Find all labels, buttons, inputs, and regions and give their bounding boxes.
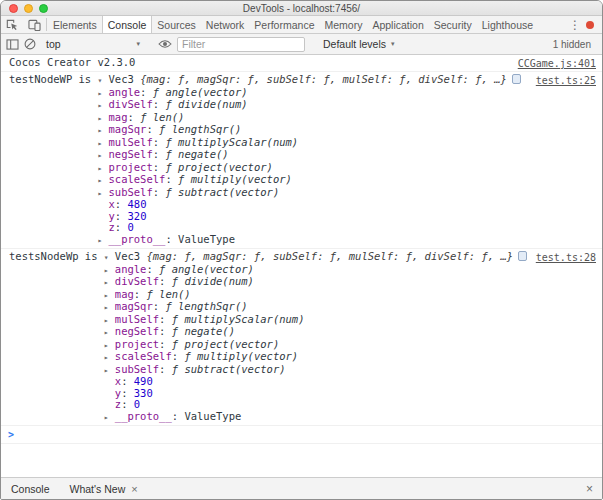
property-name: negSelf bbox=[115, 325, 159, 337]
devtools-window: DevTools - localhost:7456/ ElementsConso… bbox=[0, 0, 603, 500]
drawer-tab-label: Console bbox=[11, 483, 50, 495]
expander-closed-icon[interactable]: ▸ bbox=[98, 113, 109, 125]
log-levels-value: Default levels bbox=[323, 38, 386, 50]
property-colon: : bbox=[146, 123, 159, 135]
tab-sources[interactable]: Sources bbox=[152, 16, 201, 33]
close-tab-icon[interactable]: × bbox=[131, 483, 137, 495]
spacer bbox=[148, 478, 577, 499]
property-value: ƒ multiplyScalar(num) bbox=[165, 136, 298, 148]
expander-closed-icon[interactable]: ▸ bbox=[98, 235, 109, 247]
tab-elements[interactable]: Elements bbox=[48, 16, 102, 33]
property-colon: : bbox=[165, 233, 178, 245]
expander-closed-icon[interactable]: ▸ bbox=[98, 100, 109, 112]
expander-closed-icon[interactable]: ▸ bbox=[104, 290, 115, 302]
expander-closed-icon[interactable]: ▸ bbox=[98, 125, 109, 137]
expander-closed-icon[interactable]: ▸ bbox=[104, 302, 115, 314]
expander-closed-icon[interactable]: ▸ bbox=[104, 352, 115, 364]
property-name: subSelf bbox=[115, 363, 159, 375]
expander-closed-icon[interactable]: ▸ bbox=[98, 188, 109, 200]
log-text: testsNodeWp is bbox=[9, 250, 104, 262]
error-indicator-dot bbox=[586, 21, 594, 29]
property-colon: : bbox=[159, 363, 172, 375]
drawer-tab-whats-new[interactable]: What's New × bbox=[60, 478, 148, 499]
close-drawer-icon[interactable]: × bbox=[577, 478, 602, 499]
property-name: subSelf bbox=[109, 186, 153, 198]
spacer bbox=[538, 16, 566, 33]
object-property-tree: ▸angle: ƒ angle(vector)▸divSelf: ƒ divid… bbox=[9, 87, 528, 247]
property-value: ValueType bbox=[178, 233, 235, 245]
main-tabbar: ElementsConsoleSourcesNetworkPerformance… bbox=[1, 16, 602, 34]
property-value: 480 bbox=[127, 198, 146, 210]
expander-closed-icon[interactable]: ▸ bbox=[104, 340, 115, 352]
expander-closed-icon[interactable]: ▸ bbox=[98, 88, 109, 100]
property-name: mulSelf bbox=[109, 136, 153, 148]
expander-closed-icon[interactable]: ▸ bbox=[98, 138, 109, 150]
object-preview: {mag: ƒ, magSqr: ƒ, subSelf: ƒ, mulSelf:… bbox=[140, 250, 513, 262]
property-name: project bbox=[109, 161, 153, 173]
more-options-icon[interactable]: ⋮ bbox=[566, 16, 584, 33]
tab-console[interactable]: Console bbox=[102, 16, 153, 33]
copy-object-icon[interactable] bbox=[518, 251, 527, 261]
property-colon: : bbox=[159, 338, 172, 350]
copy-object-icon[interactable] bbox=[512, 74, 521, 84]
property-value: ƒ project(vector) bbox=[165, 161, 272, 173]
device-toolbar-icon[interactable] bbox=[23, 16, 45, 33]
window-title: DevTools - localhost:7456/ bbox=[243, 3, 360, 14]
expander-open-icon[interactable]: ▾ bbox=[98, 75, 109, 87]
source-link[interactable]: CCGame.js:401 bbox=[518, 58, 596, 69]
live-expression-eye-icon[interactable] bbox=[158, 39, 172, 49]
message-source: test.ts:25 bbox=[536, 74, 596, 86]
console-message: testNodeWP is ▾Vec3 {mag: ƒ, magSqr: ƒ, … bbox=[1, 72, 602, 249]
property-row: y: 320 bbox=[98, 211, 528, 223]
expander-closed-icon[interactable]: ▸ bbox=[104, 327, 115, 339]
expander-closed-icon[interactable]: ▸ bbox=[104, 277, 115, 289]
property-colon: : bbox=[153, 186, 166, 198]
console-sidebar-icon[interactable] bbox=[6, 39, 19, 50]
property-row: ▸__proto__: ValueType bbox=[104, 411, 528, 424]
expander-closed-icon[interactable]: ▸ bbox=[98, 163, 109, 175]
source-link[interactable]: test.ts:28 bbox=[536, 252, 596, 263]
filter-input[interactable] bbox=[177, 37, 305, 52]
property-value: ƒ lengthSqr() bbox=[165, 300, 247, 312]
property-colon: : bbox=[121, 387, 134, 399]
message-content: testNodeWP is ▾Vec3 {mag: ƒ, magSqr: ƒ, … bbox=[9, 74, 528, 246]
minimize-window-button[interactable] bbox=[24, 4, 33, 13]
expander-closed-icon[interactable]: ▸ bbox=[104, 365, 115, 377]
expander-closed-icon[interactable]: ▸ bbox=[104, 265, 115, 277]
tab-application[interactable]: Application bbox=[367, 16, 428, 33]
javascript-context-select[interactable]: top ▾ bbox=[41, 37, 145, 51]
property-colon: : bbox=[146, 263, 159, 275]
tab-performance[interactable]: Performance bbox=[249, 16, 319, 33]
property-colon: : bbox=[159, 313, 172, 325]
drawer-tab-console[interactable]: Console bbox=[1, 478, 60, 499]
log-levels-select[interactable]: Default levels ▾ bbox=[318, 37, 400, 51]
property-colon: : bbox=[159, 325, 172, 337]
inspect-element-icon[interactable] bbox=[1, 16, 23, 33]
property-row: x: 480 bbox=[98, 199, 528, 211]
source-link[interactable]: test.ts:25 bbox=[536, 75, 596, 86]
expander-closed-icon[interactable]: ▸ bbox=[104, 315, 115, 327]
property-colon: : bbox=[159, 275, 172, 287]
property-name: negSelf bbox=[109, 148, 153, 160]
console-prompt-row: > bbox=[1, 426, 602, 444]
property-name: mulSelf bbox=[115, 313, 159, 325]
property-colon: : bbox=[127, 111, 140, 123]
tab-network[interactable]: Network bbox=[201, 16, 250, 33]
console-input[interactable] bbox=[21, 429, 602, 440]
tab-memory[interactable]: Memory bbox=[319, 16, 367, 33]
tab-lighthouse[interactable]: Lighthouse bbox=[477, 16, 538, 33]
expander-closed-icon[interactable]: ▸ bbox=[104, 412, 115, 424]
expander-open-icon[interactable]: ▾ bbox=[104, 252, 115, 264]
zoom-window-button[interactable] bbox=[39, 4, 48, 13]
message-content: testsNodeWp is ▾Vec3 {mag: ƒ, magSqr: ƒ,… bbox=[9, 251, 528, 423]
clear-console-icon[interactable] bbox=[24, 38, 36, 50]
object-log-line: testsNodeWp is ▾Vec3 {mag: ƒ, magSqr: ƒ,… bbox=[9, 251, 528, 264]
expander-closed-icon[interactable]: ▸ bbox=[98, 150, 109, 162]
prompt-chevron-icon: > bbox=[8, 429, 14, 440]
close-window-button[interactable] bbox=[9, 4, 18, 13]
property-name: __proto__ bbox=[109, 233, 166, 245]
property-value: ƒ multiply(vector) bbox=[178, 173, 292, 185]
property-value: 330 bbox=[134, 387, 153, 399]
tab-security[interactable]: Security bbox=[429, 16, 477, 33]
expander-closed-icon[interactable]: ▸ bbox=[98, 175, 109, 187]
